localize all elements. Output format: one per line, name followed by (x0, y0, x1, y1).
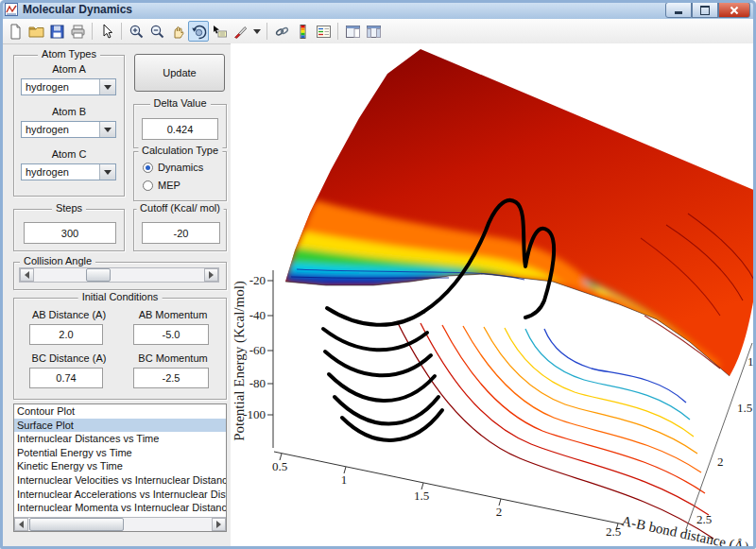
hide-plot-tools-button[interactable] (342, 21, 363, 42)
update-button[interactable]: Update (134, 54, 225, 92)
list-item[interactable]: Internuclear Distances vs Time (14, 432, 226, 446)
print-figure-button[interactable] (67, 21, 88, 42)
list-item[interactable]: Internuclear Velocities vs Internuclear … (14, 473, 226, 488)
list-item[interactable]: Kinetic Energy vs Time (14, 459, 226, 473)
link-plot-icon (274, 24, 290, 40)
zoom-out-icon (149, 24, 165, 40)
bc-distance-field[interactable]: 0.74 (29, 368, 103, 388)
slider-right-button[interactable] (204, 268, 218, 282)
close-button[interactable] (718, 2, 750, 18)
link-plot-button[interactable] (271, 21, 292, 42)
toolbar-separator (121, 23, 122, 40)
x-axis-label: A-B bond distance (Å) (620, 513, 750, 549)
initial-conditions-title: Initial Conditions (78, 291, 163, 302)
brush-data-button[interactable] (230, 21, 250, 42)
list-item[interactable]: Internuclear Accelerations vs Internucle… (14, 488, 226, 502)
ab-momentum-field[interactable]: -5.0 (133, 324, 209, 345)
atom-c-dropdown-button[interactable] (99, 164, 115, 180)
x-tick: 1.5 (414, 489, 429, 503)
insert-colorbar-button[interactable] (292, 21, 313, 42)
save-floppy-icon (49, 24, 65, 40)
data-cursor-button[interactable] (209, 21, 230, 42)
list-item-selected[interactable]: Surface Plot (14, 419, 226, 433)
listbox-hscrollbar[interactable] (14, 517, 226, 531)
show-plot-tools-button[interactable] (363, 21, 384, 42)
hide-plot-tools-icon (345, 24, 361, 40)
ab-distance-field[interactable]: 2.0 (29, 324, 103, 345)
steps-panel: Steps 300 (13, 209, 125, 251)
axes-3d-plot[interactable]: -20 -40 -60 -80 -100 Potential Energy (K… (231, 43, 756, 549)
x-tick: 2.5 (606, 524, 621, 539)
plot-type-listbox[interactable]: Contour Plot Surface Plot Internuclear D… (13, 403, 227, 532)
right-tick: 2.5 (696, 512, 712, 526)
pan-button[interactable] (167, 21, 188, 42)
cutoff-title: Cutoff (Kcal/ mol) (136, 202, 224, 214)
mep-radio[interactable]: MEP (143, 180, 180, 191)
chevron-down-icon (104, 170, 112, 175)
chevron-down-icon (253, 29, 261, 34)
close-icon (730, 6, 739, 15)
ab-distance-label: AB Distance (A) (20, 309, 118, 320)
cutoff-field[interactable]: -20 (142, 222, 220, 244)
x-tick: 1 (341, 472, 348, 487)
hscroll-thumb[interactable] (29, 518, 124, 531)
mep-radio-label: MEP (158, 180, 180, 191)
hscroll-left-button[interactable] (14, 518, 28, 531)
y-axis-label: Potential Energy (Kcal/mol) (232, 281, 248, 441)
atom-b-dropdown-button[interactable] (99, 122, 115, 137)
printer-icon (70, 24, 86, 40)
atom-c-value: hydrogen (26, 166, 69, 178)
y-tick: -20 (249, 273, 266, 287)
right-tick: 2 (717, 455, 724, 469)
minimize-button[interactable] (665, 2, 692, 18)
x-axis-line (274, 452, 624, 524)
save-figure-button[interactable] (46, 21, 67, 42)
atom-c-dropdown[interactable]: hydrogen (21, 163, 116, 180)
slider-thumb[interactable] (86, 268, 111, 282)
edit-plot-button[interactable] (96, 21, 117, 42)
list-item[interactable]: Contour Plot (14, 404, 226, 419)
new-figure-button[interactable] (5, 21, 26, 42)
steps-field[interactable]: 300 (24, 222, 116, 244)
chevron-down-icon (104, 85, 112, 90)
bc-distance-label: BC Distance (A) (20, 352, 118, 364)
atom-b-label: Atom B (14, 106, 124, 117)
zoom-out-button[interactable] (146, 21, 167, 42)
atom-types-panel: Atom Types Atom A hydrogen Atom B hydrog… (13, 55, 125, 197)
toolbar-separator (266, 23, 267, 40)
zoom-in-button[interactable] (126, 21, 146, 42)
insert-legend-button[interactable] (313, 21, 334, 42)
slider-left-button[interactable] (20, 268, 34, 282)
collision-angle-title: Collision Angle (20, 255, 95, 266)
brush-dropdown-button[interactable] (250, 21, 263, 42)
atom-a-label: Atom A (14, 63, 124, 75)
open-file-button[interactable] (26, 21, 46, 42)
surface-plot-svg: -20 -40 -60 -80 -100 Potential Energy (K… (231, 43, 756, 549)
maximize-button[interactable] (692, 2, 718, 18)
atom-b-dropdown[interactable]: hydrogen (21, 121, 116, 138)
colorbar-icon (295, 24, 311, 40)
right-tick: 1 (747, 354, 754, 369)
radio-selected-icon (143, 163, 153, 173)
x-tick: 0.5 (272, 459, 287, 473)
atom-types-title: Atom Types (38, 48, 100, 60)
title-bar[interactable]: Molecular Dynamics (0, 0, 756, 20)
bc-momentum-field[interactable]: -2.5 (133, 368, 209, 388)
collision-angle-slider[interactable] (19, 267, 219, 283)
right-tick: 1.5 (737, 401, 752, 415)
atom-a-dropdown[interactable]: hydrogen (21, 78, 116, 95)
dynamics-radio-label: Dynamics (158, 162, 203, 173)
open-folder-icon (28, 24, 44, 40)
calculation-type-panel: Calculation Type Dynamics MEP (133, 151, 227, 201)
atom-a-value: hydrogen (26, 81, 69, 93)
steps-title: Steps (52, 202, 86, 214)
atom-a-dropdown-button[interactable] (99, 79, 115, 94)
dynamics-radio[interactable]: Dynamics (143, 162, 203, 173)
list-item[interactable]: Internuclear Momenta vs Internuclear Dis… (14, 501, 226, 515)
hscroll-right-button[interactable] (212, 518, 226, 531)
list-item[interactable]: Potential Energy vs Time (14, 446, 226, 460)
new-figure-icon (8, 24, 24, 40)
rotate-3d-button[interactable] (188, 21, 209, 42)
delta-value-field[interactable]: 0.424 (142, 118, 218, 140)
window-title: Molecular Dynamics (23, 3, 132, 16)
